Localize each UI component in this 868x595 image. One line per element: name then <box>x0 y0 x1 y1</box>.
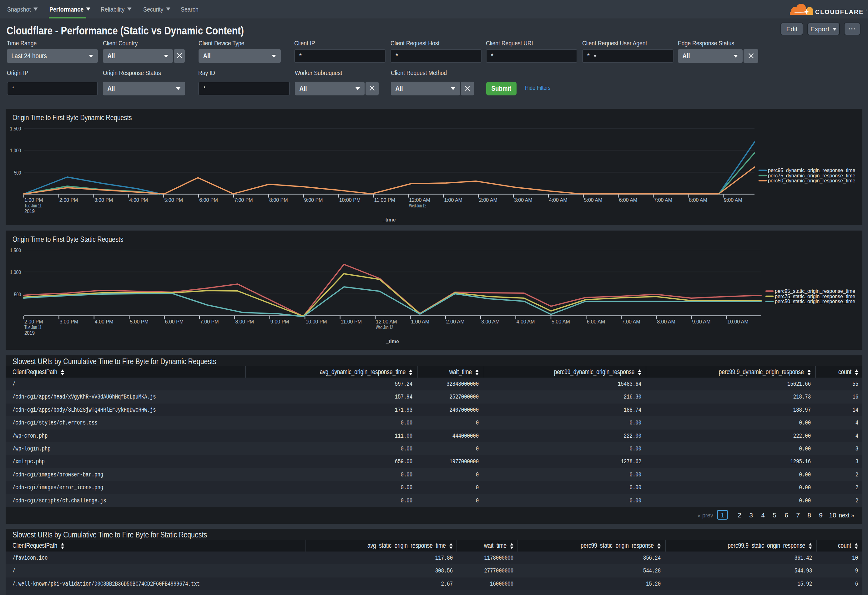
svg-text:perc50_dynamic_origin_response: perc50_dynamic_origin_response_time <box>768 178 855 184</box>
svg-text:6:00 PM: 6:00 PM <box>199 197 218 203</box>
svg-text:7:00 PM: 7:00 PM <box>200 319 219 324</box>
svg-text:8:00 PM: 8:00 PM <box>269 197 288 203</box>
svg-text:perc95_dynamic_origin_response: perc95_dynamic_origin_response_time <box>768 168 855 173</box>
svg-text:1,000: 1,000 <box>10 148 21 153</box>
svg-text:8:00 PM: 8:00 PM <box>235 319 254 324</box>
svg-text:Wed Jun 12: Wed Jun 12 <box>376 325 393 330</box>
svg-text:9:00 AM: 9:00 AM <box>724 197 742 203</box>
svg-text:perc75_dynamic_origin_response: perc75_dynamic_origin_response_time <box>768 173 855 179</box>
svg-text:7:00 PM: 7:00 PM <box>234 197 253 203</box>
svg-text:Wed Jun 12: Wed Jun 12 <box>409 203 426 208</box>
svg-text:8:00 AM: 8:00 AM <box>657 319 675 324</box>
svg-text:1:00 PM: 1:00 PM <box>24 197 43 203</box>
svg-text:11:00 PM: 11:00 PM <box>374 197 395 203</box>
svg-text:11:00 PM: 11:00 PM <box>341 319 362 324</box>
svg-text:7:00 AM: 7:00 AM <box>654 197 672 203</box>
svg-text:500: 500 <box>14 292 21 297</box>
svg-text:4:00 AM: 4:00 AM <box>517 319 535 324</box>
svg-text:9:00 PM: 9:00 PM <box>304 197 323 203</box>
svg-text:perc75_static_origin_response_: perc75_static_origin_response_time <box>775 294 855 299</box>
svg-text:7:00 AM: 7:00 AM <box>622 319 641 324</box>
svg-text:9:00 PM: 9:00 PM <box>270 319 289 324</box>
svg-text:1:00 AM: 1:00 AM <box>411 319 429 324</box>
svg-text:1:00 AM: 1:00 AM <box>444 197 462 203</box>
svg-text:2:00 AM: 2:00 AM <box>479 197 497 203</box>
svg-text:4:00 AM: 4:00 AM <box>549 197 567 203</box>
svg-text:3:00 PM: 3:00 PM <box>94 197 113 203</box>
svg-text:1,500: 1,500 <box>10 248 21 253</box>
svg-text:12:00 AM: 12:00 AM <box>376 319 397 324</box>
svg-text:3:00 PM: 3:00 PM <box>59 319 78 324</box>
svg-text:3:00 AM: 3:00 AM <box>514 197 533 203</box>
svg-text:8:00 AM: 8:00 AM <box>689 197 707 203</box>
svg-text:Tue Jun 11: Tue Jun 11 <box>24 325 41 330</box>
svg-text:4:00 PM: 4:00 PM <box>95 319 114 324</box>
svg-text:5:00 AM: 5:00 AM <box>584 197 602 203</box>
svg-text:12:00 AM: 12:00 AM <box>409 197 430 203</box>
svg-text:1,500: 1,500 <box>10 126 21 132</box>
svg-text:4:00 PM: 4:00 PM <box>130 197 148 203</box>
svg-text:2:00 PM: 2:00 PM <box>24 319 43 324</box>
svg-text:5:00 AM: 5:00 AM <box>552 319 570 324</box>
svg-text:6:00 AM: 6:00 AM <box>619 197 637 203</box>
svg-text:perc95_static_origin_response_: perc95_static_origin_response_time <box>775 289 855 294</box>
svg-text:10:00 PM: 10:00 PM <box>306 319 327 324</box>
svg-text:_time: _time <box>382 217 396 222</box>
svg-text:5:00 PM: 5:00 PM <box>164 197 183 203</box>
svg-text:3:00 AM: 3:00 AM <box>481 319 500 324</box>
svg-text:6:00 AM: 6:00 AM <box>587 319 605 324</box>
svg-text:CLOUDFLARE: CLOUDFLARE <box>815 9 864 15</box>
svg-text:2019: 2019 <box>24 330 35 336</box>
svg-text:2:00 AM: 2:00 AM <box>446 319 465 324</box>
svg-text:6:00 PM: 6:00 PM <box>165 319 184 324</box>
svg-text:perc50_static_origin_response_: perc50_static_origin_response_time <box>775 299 855 304</box>
svg-text:2:00 PM: 2:00 PM <box>59 197 78 203</box>
svg-text:2019: 2019 <box>24 209 35 214</box>
svg-text:1,000: 1,000 <box>10 270 21 275</box>
svg-text:500: 500 <box>14 170 21 176</box>
svg-text:9:00 AM: 9:00 AM <box>692 319 711 324</box>
svg-text:_time: _time <box>385 339 399 344</box>
svg-text:10:00 AM: 10:00 AM <box>727 319 748 324</box>
svg-text:5:00 PM: 5:00 PM <box>130 319 149 324</box>
svg-text:10:00 PM: 10:00 PM <box>339 197 360 203</box>
svg-text:Tue Jun 11: Tue Jun 11 <box>24 203 41 208</box>
